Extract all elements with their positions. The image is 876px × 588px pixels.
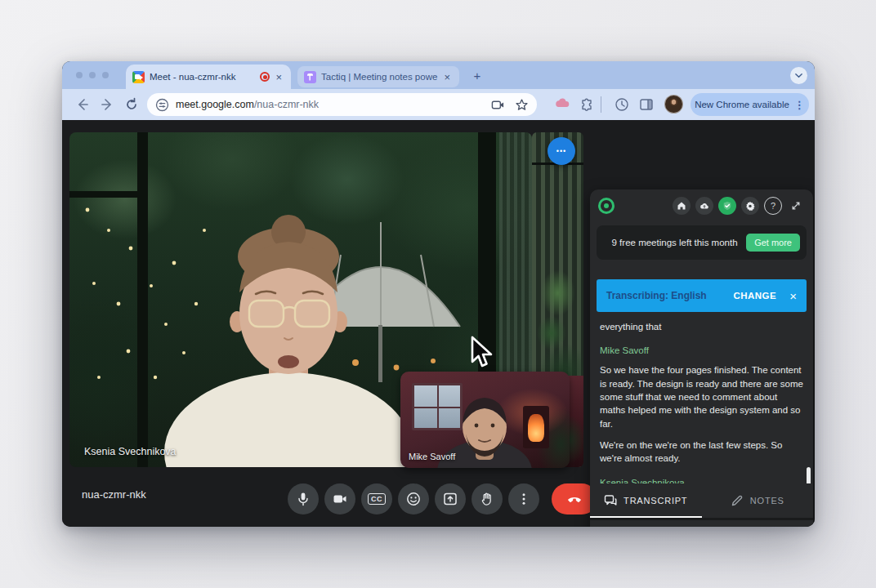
reload-button[interactable] <box>124 97 139 112</box>
scrollbar-thumb[interactable] <box>807 467 811 483</box>
raise-hand-button[interactable] <box>472 483 503 514</box>
collapse-panel-button[interactable] <box>787 197 805 215</box>
screenshot-button[interactable] <box>710 527 743 528</box>
tab-notes[interactable]: NOTES <box>702 483 814 518</box>
tab-label: NOTES <box>750 496 784 506</box>
usage-text: 9 free meetings left this month <box>608 237 746 249</box>
tactiq-tabs: TRANSCRIPT NOTES <box>590 483 813 518</box>
recording-indicator-icon <box>260 72 270 82</box>
videocam-icon <box>333 492 347 506</box>
settings-button[interactable] <box>741 197 759 215</box>
bubble-dots-icon: ••• <box>556 147 566 155</box>
transcript-list: everything that Mike Savoff So we have t… <box>590 312 813 483</box>
pause-transcription-button[interactable] <box>760 527 793 528</box>
participant-name-label: Mike Savoff <box>409 452 455 461</box>
desktop: Meet - nua-czmr-nkk × Tactiq | Meeting n… <box>0 0 876 588</box>
cloud-icon <box>699 201 709 211</box>
close-tab-icon[interactable]: × <box>273 71 284 83</box>
tactiq-favicon-icon <box>304 71 316 83</box>
extensions-puzzle-icon[interactable] <box>579 97 594 112</box>
home-button[interactable] <box>673 197 691 215</box>
tactiq-header: ? <box>590 189 813 222</box>
profile-avatar[interactable] <box>664 95 683 114</box>
side-panel-icon[interactable] <box>639 97 654 112</box>
bookmark-star-icon[interactable] <box>515 98 529 112</box>
meet-controls: CC <box>288 483 597 514</box>
transcript-speaker: Mike Savoff <box>600 345 803 355</box>
hand-icon <box>480 492 494 506</box>
transcript-text: We're on the we're on the last few steps… <box>600 439 803 466</box>
meet-app: Ksenia Svechnikova ••• <box>62 120 815 527</box>
toolbar-divider <box>601 96 601 113</box>
get-more-button[interactable]: Get more <box>746 234 800 252</box>
transcript-speaker: Ksenia Svechnikova <box>600 478 803 483</box>
window-controls[interactable] <box>76 72 109 78</box>
labs-icon[interactable] <box>615 97 629 112</box>
mic-button[interactable] <box>288 483 319 514</box>
update-chrome-button[interactable]: New Chrome available ⋮ <box>691 93 809 116</box>
tab-title: Meet - nua-czmr-nkk <box>150 72 257 82</box>
extension-toolbar-icon[interactable] <box>555 97 570 112</box>
tab-tactiq[interactable]: Tactiq | Meeting notes powe × <box>297 66 459 87</box>
address-bar[interactable]: meet.google.com/nua-czmr-nkk <box>147 93 537 116</box>
home-icon <box>677 201 686 211</box>
url-text: meet.google.com/nua-czmr-nkk <box>176 99 481 110</box>
present-button[interactable] <box>435 483 466 514</box>
more-menu-icon[interactable]: ⋮ <box>794 99 805 111</box>
share-button[interactable] <box>610 527 643 528</box>
participant-name-label: Ksenia Svechnikova <box>84 446 177 457</box>
export-to-docs-button[interactable] <box>660 527 693 528</box>
phone-down-icon <box>566 491 583 507</box>
captions-icon: CC <box>368 493 386 505</box>
captions-button[interactable]: CC <box>361 483 392 514</box>
tab-meet[interactable]: Meet - nua-czmr-nkk × <box>126 65 291 89</box>
tactiq-panel: ? 9 free meetings left this month Get mo… <box>590 189 813 527</box>
transcribing-banner: Transcribing: English CHANGE × <box>597 279 807 312</box>
tactiq-actions <box>590 518 813 527</box>
meeting-code-label: nua-czmr-nkk <box>82 488 146 501</box>
tab-capture-icon[interactable] <box>491 98 505 112</box>
tab-transcript[interactable]: TRANSCRIPT <box>590 483 702 518</box>
help-button[interactable]: ? <box>764 197 782 215</box>
back-button[interactable] <box>75 97 90 112</box>
new-tab-button[interactable]: + <box>469 67 485 83</box>
privacy-shield-button[interactable] <box>718 197 736 215</box>
mouse-cursor <box>469 336 497 370</box>
camera-button[interactable] <box>324 483 355 514</box>
pencil-icon <box>731 494 744 507</box>
tab-search-button[interactable] <box>790 67 807 84</box>
cloud-upload-button[interactable] <box>695 197 713 215</box>
chat-bubbles-icon <box>604 494 617 507</box>
more-vert-icon <box>516 492 531 506</box>
more-options-button[interactable] <box>508 483 539 514</box>
usage-banner: 9 free meetings left this month Get more <box>597 225 807 260</box>
expand-diagonal-icon <box>791 201 801 211</box>
present-icon <box>443 492 458 506</box>
forward-button[interactable] <box>100 97 114 112</box>
smiley-icon <box>406 492 421 506</box>
chevron-down-icon <box>794 71 803 80</box>
video-tile-mike[interactable]: Mike Savoff <box>400 372 570 468</box>
reactions-button[interactable] <box>398 483 429 514</box>
shield-check-icon <box>722 201 732 211</box>
change-language-button[interactable]: CHANGE <box>733 291 776 301</box>
mic-icon <box>296 492 311 506</box>
browser-window: Meet - nua-czmr-nkk × Tactiq | Meeting n… <box>62 61 815 527</box>
active-tab-underline <box>590 516 702 519</box>
tab-title: Tactiq | Meeting notes powe <box>321 72 441 82</box>
close-tab-icon[interactable]: × <box>441 71 453 83</box>
tab-label: TRANSCRIPT <box>623 496 687 506</box>
browser-toolbar: meet.google.com/nua-czmr-nkk <box>62 89 815 120</box>
tactiq-logo-icon <box>598 198 615 214</box>
meet-favicon-icon <box>132 71 145 83</box>
transcript-text: everything that <box>600 320 803 333</box>
tab-bar: Meet - nua-czmr-nkk × Tactiq | Meeting n… <box>62 61 815 89</box>
transcribing-label: Transcribing: English <box>606 290 707 301</box>
site-settings-icon[interactable] <box>155 98 169 112</box>
gear-icon <box>745 201 755 211</box>
close-banner-icon[interactable]: × <box>789 290 797 302</box>
chat-bubble-button[interactable]: ••• <box>548 137 575 165</box>
transcript-text: So we have the four pages finished. The … <box>600 363 803 430</box>
